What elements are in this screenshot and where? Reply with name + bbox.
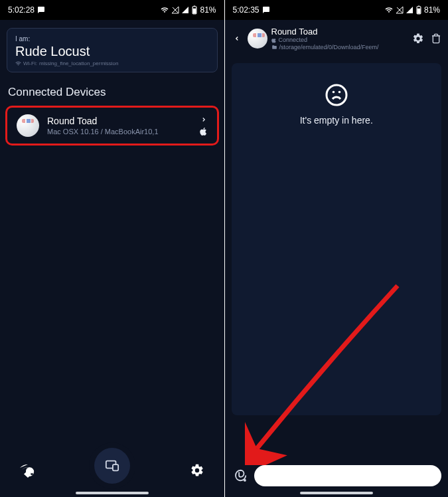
- wifi-status-line: Wi-Fi: missing_fine_location_permission: [15, 60, 209, 66]
- wifi-settings-icon[interactable]: [20, 462, 36, 478]
- trash-icon[interactable]: [431, 33, 441, 45]
- battery-icon: [191, 5, 198, 15]
- device-name: Round Toad: [47, 116, 200, 126]
- settings-icon[interactable]: [412, 33, 424, 45]
- nav-handle[interactable]: [300, 492, 373, 494]
- wifi-icon: [15, 60, 21, 66]
- svg-rect-1: [194, 6, 195, 7]
- signal-icon: [181, 6, 189, 14]
- back-button[interactable]: [230, 33, 244, 44]
- status-time: 5:02:28: [8, 5, 35, 15]
- signal-icon: [406, 6, 413, 14]
- attach-button[interactable]: [232, 468, 249, 484]
- identity-card[interactable]: I am: Rude Locust Wi-Fi: missing_fine_lo…: [7, 28, 218, 72]
- settings-icon[interactable]: [190, 463, 204, 478]
- signal-no-sim-icon: [171, 6, 179, 14]
- device-row-round-toad[interactable]: Round Toad Mac OSX 10.16 / MacBookAir10,…: [5, 106, 219, 146]
- signal-no-sim-icon: [396, 6, 404, 14]
- nav-handle[interactable]: [76, 492, 149, 494]
- conversation-header: Round Toad Connected /storage/emulated/0…: [225, 20, 449, 55]
- screen-device-list: 5:02:28 81% I am: Rude Locust: [0, 0, 224, 497]
- apple-icon: [271, 37, 277, 43]
- svg-rect-7: [418, 6, 419, 7]
- wifi-status-icon: [384, 6, 394, 14]
- battery-icon: [415, 5, 422, 15]
- status-battery: 81%: [424, 5, 440, 15]
- status-time: 5:02:35: [233, 5, 260, 15]
- section-title-connected-devices: Connected Devices: [8, 86, 224, 99]
- conversation-path: /storage/emulated/0/Download/Feem/: [271, 44, 409, 51]
- svg-point-9: [327, 85, 346, 105]
- device-sub: Mac OSX 10.16 / MacBookAir10,1: [47, 128, 200, 136]
- conversation-name: Round Toad: [271, 27, 409, 37]
- apple-icon: [200, 127, 208, 136]
- empty-text: It's empty in here.: [300, 115, 373, 126]
- status-bar: 5:02:28 81%: [0, 0, 224, 20]
- input-bar: [225, 465, 449, 486]
- avatar: [17, 114, 39, 137]
- center-fab[interactable]: [94, 448, 130, 484]
- conversation-body: It's empty in here.: [232, 63, 442, 415]
- cast-devices-icon: [105, 458, 119, 473]
- wifi-status-icon: [160, 6, 169, 14]
- chat-bubble-icon: [37, 6, 45, 14]
- message-input[interactable]: [254, 465, 442, 486]
- iam-label: I am:: [15, 35, 209, 43]
- sad-face-icon: [325, 83, 348, 110]
- chevron-right-icon: [200, 115, 207, 124]
- svg-rect-5: [113, 464, 118, 470]
- conversation-status: Connected: [271, 37, 409, 44]
- svg-rect-8: [417, 9, 421, 14]
- svg-point-10: [332, 90, 335, 93]
- folder-icon: [271, 45, 277, 50]
- chat-bubble-icon: [262, 6, 270, 14]
- status-bar: 5:02:35 81%: [225, 0, 449, 20]
- status-battery: 81%: [200, 5, 216, 15]
- screen-conversation: 5:02:35 81% Round Toad: [224, 0, 449, 497]
- svg-rect-2: [193, 9, 196, 14]
- svg-point-11: [338, 90, 340, 93]
- avatar: [248, 29, 267, 49]
- self-name: Rude Locust: [15, 44, 209, 59]
